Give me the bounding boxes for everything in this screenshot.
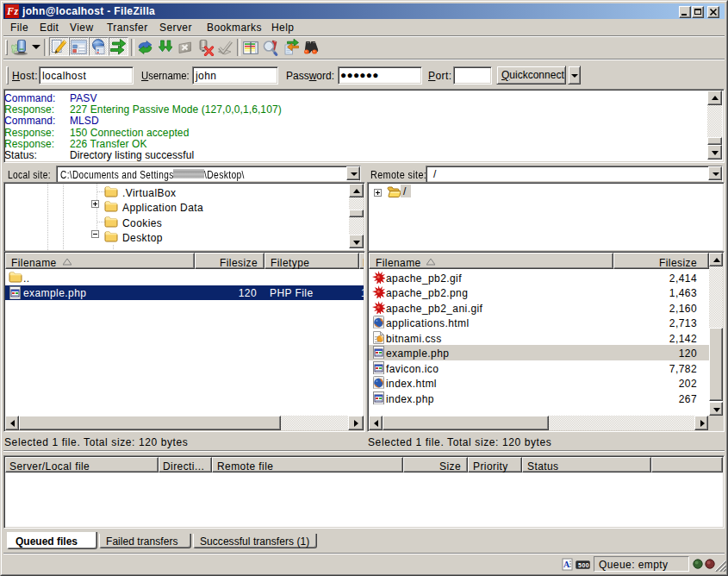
svg-text:A: A <box>563 560 570 569</box>
svg-text:Fz: Fz <box>6 5 19 17</box>
